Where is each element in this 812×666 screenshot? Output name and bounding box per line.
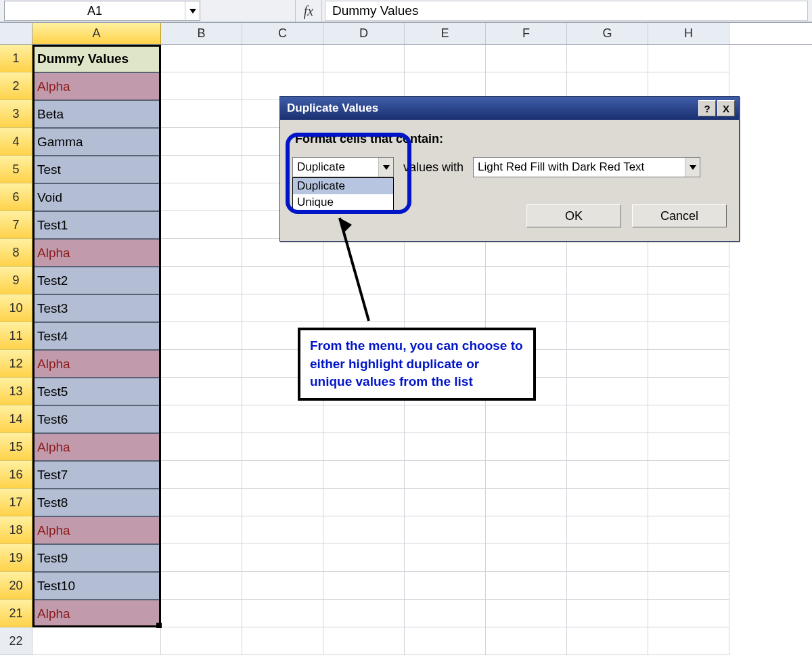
cell[interactable]: [486, 544, 567, 572]
row-header[interactable]: 16: [0, 461, 32, 489]
cell[interactable]: [405, 294, 486, 322]
format-select[interactable]: Light Red Fill with Dark Red Text: [473, 157, 700, 177]
cell-A13[interactable]: Test5: [32, 378, 161, 405]
cell[interactable]: [567, 433, 648, 461]
cell[interactable]: [648, 322, 729, 350]
cell[interactable]: [242, 489, 323, 516]
cell[interactable]: [161, 183, 242, 211]
select-all-corner[interactable]: [0, 23, 32, 44]
cell-A19[interactable]: Test9: [32, 544, 161, 572]
cell[interactable]: [486, 600, 567, 627]
cell[interactable]: [567, 544, 648, 572]
cell[interactable]: [648, 267, 729, 294]
cell[interactable]: [648, 433, 729, 461]
cell[interactable]: [323, 405, 405, 433]
cell[interactable]: [567, 322, 648, 350]
column-header-F[interactable]: F: [486, 23, 567, 44]
cell-A12[interactable]: Alpha: [32, 350, 161, 378]
cell[interactable]: [161, 600, 242, 627]
row-header[interactable]: 3: [0, 100, 32, 128]
row-header[interactable]: 7: [0, 211, 32, 239]
format-select-box[interactable]: Light Red Fill with Dark Red Text: [473, 157, 700, 177]
cell[interactable]: [648, 350, 729, 378]
cell-A1[interactable]: Dummy Values: [32, 45, 161, 72]
cell[interactable]: [323, 572, 405, 600]
ok-button[interactable]: OK: [526, 204, 621, 227]
cell[interactable]: [648, 461, 729, 489]
cell[interactable]: [161, 211, 242, 239]
column-header-E[interactable]: E: [405, 23, 486, 44]
cell[interactable]: [648, 600, 729, 627]
cell[interactable]: [161, 572, 242, 600]
cancel-button[interactable]: Cancel: [632, 204, 727, 227]
cell[interactable]: [323, 627, 405, 655]
formula-input[interactable]: Dummy Values: [325, 1, 808, 21]
cell[interactable]: [161, 433, 242, 461]
cell[interactable]: [405, 433, 486, 461]
cell[interactable]: [161, 489, 242, 516]
row-header[interactable]: 20: [0, 572, 32, 600]
cell[interactable]: [486, 405, 567, 433]
row-header[interactable]: 6: [0, 183, 32, 211]
cell[interactable]: [242, 433, 323, 461]
cell[interactable]: [567, 600, 648, 627]
cell[interactable]: [161, 239, 242, 267]
cell[interactable]: [567, 489, 648, 516]
cell[interactable]: [161, 128, 242, 156]
row-header[interactable]: 14: [0, 405, 32, 433]
row-header[interactable]: 11: [0, 322, 32, 350]
cell[interactable]: [405, 267, 486, 294]
cell[interactable]: [161, 322, 242, 350]
cell[interactable]: [486, 489, 567, 516]
cell-A5[interactable]: Test: [32, 156, 161, 183]
cell[interactable]: [405, 461, 486, 489]
cell-A9[interactable]: Test2: [32, 267, 161, 294]
cell[interactable]: [405, 516, 486, 544]
cell-A8[interactable]: Alpha: [32, 239, 161, 267]
cell[interactable]: [405, 489, 486, 516]
row-header[interactable]: 10: [0, 294, 32, 322]
cell[interactable]: [242, 45, 323, 72]
cell[interactable]: [323, 600, 405, 627]
cell[interactable]: [161, 544, 242, 572]
cell[interactable]: [242, 516, 323, 544]
cell-A4[interactable]: Gamma: [32, 128, 161, 156]
cell[interactable]: [161, 405, 242, 433]
cell[interactable]: [405, 405, 486, 433]
cell[interactable]: [242, 267, 323, 294]
cell[interactable]: [161, 378, 242, 405]
cell[interactable]: [242, 405, 323, 433]
cell[interactable]: [567, 239, 648, 267]
cell[interactable]: [405, 239, 486, 267]
cell[interactable]: [648, 572, 729, 600]
row-header[interactable]: 1: [0, 45, 32, 72]
cell[interactable]: [161, 267, 242, 294]
cell-A11[interactable]: Test4: [32, 322, 161, 350]
column-header-A[interactable]: A: [32, 23, 161, 44]
cell[interactable]: [567, 45, 648, 72]
cell[interactable]: [161, 72, 242, 100]
cell[interactable]: [567, 405, 648, 433]
cell[interactable]: [323, 461, 405, 489]
cell[interactable]: [486, 239, 567, 267]
cell[interactable]: [242, 627, 323, 655]
cell[interactable]: [648, 544, 729, 572]
row-header[interactable]: 18: [0, 516, 32, 544]
cell[interactable]: [405, 544, 486, 572]
row-header[interactable]: 17: [0, 489, 32, 516]
row-header[interactable]: 12: [0, 350, 32, 378]
cell[interactable]: [323, 433, 405, 461]
cell[interactable]: [161, 516, 242, 544]
cell[interactable]: [242, 461, 323, 489]
cell[interactable]: [405, 572, 486, 600]
cell[interactable]: [648, 405, 729, 433]
cell-A22[interactable]: [32, 627, 161, 655]
type-select-box[interactable]: Duplicate: [292, 157, 394, 177]
cell[interactable]: [242, 600, 323, 627]
cell-A3[interactable]: Beta: [32, 100, 161, 128]
cell[interactable]: [648, 239, 729, 267]
row-header[interactable]: 4: [0, 128, 32, 156]
cell-A18[interactable]: Alpha: [32, 516, 161, 544]
cell[interactable]: [486, 516, 567, 544]
cell-A2[interactable]: Alpha: [32, 72, 161, 100]
